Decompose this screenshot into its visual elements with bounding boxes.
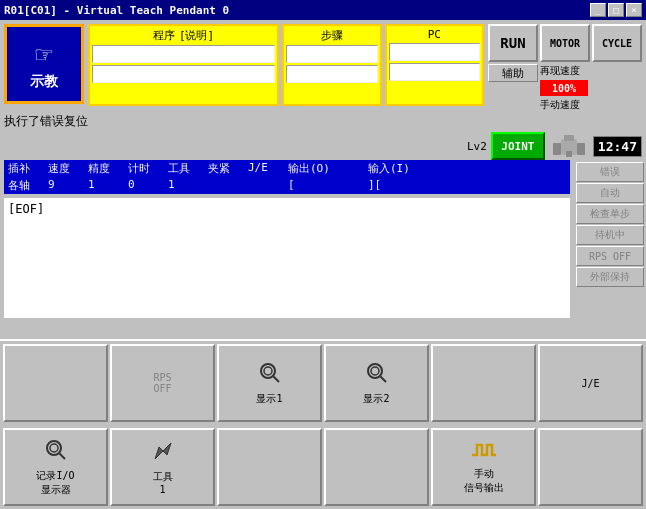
teach-label: 示教 bbox=[30, 73, 58, 91]
table-header: 插补 速度 精度 计时 工具 夹紧 J/E 输出(O) 输入(I) bbox=[4, 160, 570, 177]
cell-interp: 各轴 bbox=[6, 178, 46, 193]
cell-accuracy: 1 bbox=[86, 178, 126, 193]
display1-button[interactable]: 显示1 bbox=[217, 344, 322, 422]
standby-button[interactable]: 待机中 bbox=[576, 225, 644, 245]
tool1-button[interactable]: 工具 1 bbox=[110, 428, 215, 506]
toolbar-empty-2[interactable] bbox=[431, 344, 536, 422]
off-label: OFF bbox=[153, 383, 171, 394]
close-button[interactable]: × bbox=[626, 3, 642, 17]
lv-joint-area: Lv2 JOINT bbox=[467, 132, 589, 160]
cell-tool: 1 bbox=[166, 178, 206, 193]
toolbar-empty-4[interactable] bbox=[324, 428, 429, 506]
pc-panel: PC bbox=[385, 24, 485, 106]
minimize-button[interactable]: _ bbox=[590, 3, 606, 17]
je-toolbar-button[interactable]: J/E bbox=[538, 344, 643, 422]
step-label: 步骤 bbox=[286, 28, 378, 43]
table-data-row: 各轴 9 1 0 1 [ ][ bbox=[4, 177, 570, 194]
side-panel: 错误 自动 检查单步 待机中 RPS OFF 外部保持 bbox=[574, 160, 646, 339]
hand-icon: ☞ bbox=[36, 38, 53, 71]
bottom-toolbar: RPS OFF 显示1 bbox=[0, 339, 646, 509]
cell-je bbox=[246, 178, 286, 193]
svg-line-11 bbox=[380, 376, 386, 382]
cell-speed: 9 bbox=[46, 178, 86, 193]
pc-label: PC bbox=[389, 28, 481, 41]
program-panel: 程序 [说明] bbox=[88, 24, 279, 106]
joint-button[interactable]: JOINT bbox=[491, 132, 545, 160]
step-input[interactable] bbox=[286, 45, 378, 63]
code-area: [EOF] bbox=[4, 198, 570, 318]
svg-line-8 bbox=[273, 376, 279, 382]
svg-point-10 bbox=[371, 367, 379, 375]
toolbar-row-2: 记录I/O 显示器 工具 1 手动 信号输出 bbox=[0, 425, 646, 509]
svg-rect-4 bbox=[566, 151, 569, 157]
svg-rect-2 bbox=[577, 143, 585, 155]
io-display-button[interactable]: 记录I/O 显示器 bbox=[3, 428, 108, 506]
program-panels: 程序 [说明] 步骤 PC bbox=[88, 24, 484, 106]
svg-rect-0 bbox=[553, 143, 561, 155]
left-content: 插补 速度 精度 计时 工具 夹紧 J/E 输出(O) 输入(I) 各轴 9 1… bbox=[0, 160, 574, 339]
svg-point-6 bbox=[261, 364, 275, 378]
svg-line-14 bbox=[59, 453, 65, 459]
cycle-button[interactable]: CYCLE bbox=[592, 24, 642, 62]
title-bar: R01[C01] - Virtual Teach Pendant 0 _ □ × bbox=[0, 0, 646, 20]
external-hold-button[interactable]: 外部保持 bbox=[576, 267, 644, 287]
program-input[interactable] bbox=[92, 45, 275, 63]
right-buttons: RUN MOTOR CYCLE 辅助 再现速度 100 bbox=[488, 24, 642, 106]
step-panel: 步骤 bbox=[282, 24, 382, 106]
error-button[interactable]: 错误 bbox=[576, 162, 644, 182]
manual-signal-icon bbox=[470, 440, 498, 465]
rps-off-button[interactable]: RPS OFF bbox=[576, 246, 644, 266]
toolbar-empty-1[interactable] bbox=[3, 344, 108, 422]
display1-icon bbox=[258, 361, 282, 390]
toolbar-empty-3[interactable] bbox=[217, 428, 322, 506]
rps-off-toolbar-button[interactable]: RPS OFF bbox=[110, 344, 215, 422]
program-note-input[interactable] bbox=[92, 65, 275, 83]
svg-rect-3 bbox=[564, 135, 574, 141]
run-motor-cycle-row: RUN MOTOR CYCLE bbox=[488, 24, 642, 62]
pc-input[interactable] bbox=[389, 43, 481, 61]
joint-header-row: Lv2 JOINT 12:47 bbox=[0, 132, 646, 160]
col-accuracy: 精度 bbox=[86, 161, 126, 176]
cell-output: [ bbox=[286, 178, 366, 193]
display2-button[interactable]: 显示2 bbox=[324, 344, 429, 422]
status-row: 执行了错误复位 bbox=[0, 110, 646, 132]
window-controls[interactable]: _ □ × bbox=[590, 3, 642, 17]
helper-button[interactable]: 辅助 bbox=[488, 64, 538, 82]
col-je: J/E bbox=[246, 161, 286, 176]
col-clamp: 夹紧 bbox=[206, 161, 246, 176]
status-message: 执行了错误复位 bbox=[4, 113, 88, 130]
robot-icon bbox=[549, 132, 589, 160]
cell-input: ][ bbox=[366, 178, 446, 193]
table-container: 插补 速度 精度 计时 工具 夹紧 J/E 输出(O) 输入(I) 各轴 9 1… bbox=[4, 160, 570, 194]
rps-label: RPS bbox=[153, 372, 171, 383]
motor-button[interactable]: MOTOR bbox=[540, 24, 590, 62]
toolbar-empty-5[interactable] bbox=[538, 428, 643, 506]
teach-button[interactable]: ☞ 示教 bbox=[4, 24, 84, 104]
io-display-label: 记录I/O 显示器 bbox=[36, 469, 74, 497]
auto-button[interactable]: 自动 bbox=[576, 183, 644, 203]
manual-signal-button[interactable]: 手动 信号输出 bbox=[431, 428, 536, 506]
col-input: 输入(I) bbox=[366, 161, 446, 176]
step-input2[interactable] bbox=[286, 65, 378, 83]
run-button[interactable]: RUN bbox=[488, 24, 538, 62]
playback-speed-label: 再现速度 bbox=[540, 64, 580, 78]
col-interp: 插补 bbox=[6, 161, 46, 176]
tool1-label: 工具 1 bbox=[153, 470, 173, 495]
io-display-icon bbox=[44, 438, 68, 467]
col-speed: 速度 bbox=[46, 161, 86, 176]
pc-input2[interactable] bbox=[389, 63, 481, 81]
manual-signal-label: 手动 信号输出 bbox=[464, 467, 504, 495]
maximize-button[interactable]: □ bbox=[608, 3, 624, 17]
time-display: 12:47 bbox=[593, 136, 642, 157]
check-step-button[interactable]: 检查单步 bbox=[576, 204, 644, 224]
main-area: ☞ 示教 程序 [说明] 步骤 PC bbox=[0, 20, 646, 509]
display2-label: 显示2 bbox=[363, 392, 389, 406]
col-output: 输出(O) bbox=[286, 161, 366, 176]
svg-rect-5 bbox=[569, 151, 572, 157]
display1-label: 显示1 bbox=[256, 392, 282, 406]
display2-icon bbox=[365, 361, 389, 390]
playback-speed-row: 再现速度 bbox=[540, 64, 596, 78]
je-label: J/E bbox=[581, 378, 599, 389]
program-label: 程序 bbox=[153, 28, 175, 43]
toolbar-row-1: RPS OFF 显示1 bbox=[0, 341, 646, 425]
